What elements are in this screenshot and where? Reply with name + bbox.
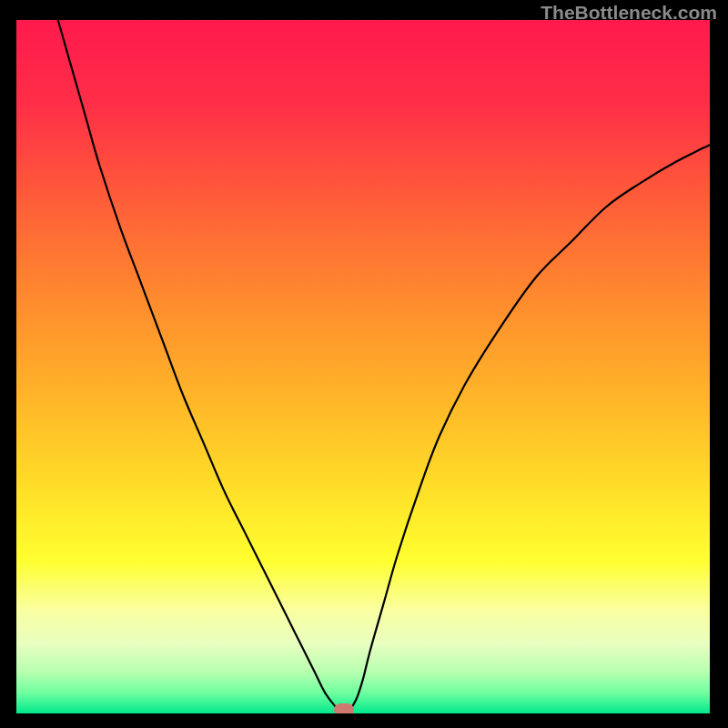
optimum-marker [334,703,354,713]
attribution-label: TheBottleneck.com [541,2,717,24]
plot-area [16,20,710,713]
chart-frame: TheBottleneck.com [0,0,728,728]
bottleneck-curve [16,20,710,713]
